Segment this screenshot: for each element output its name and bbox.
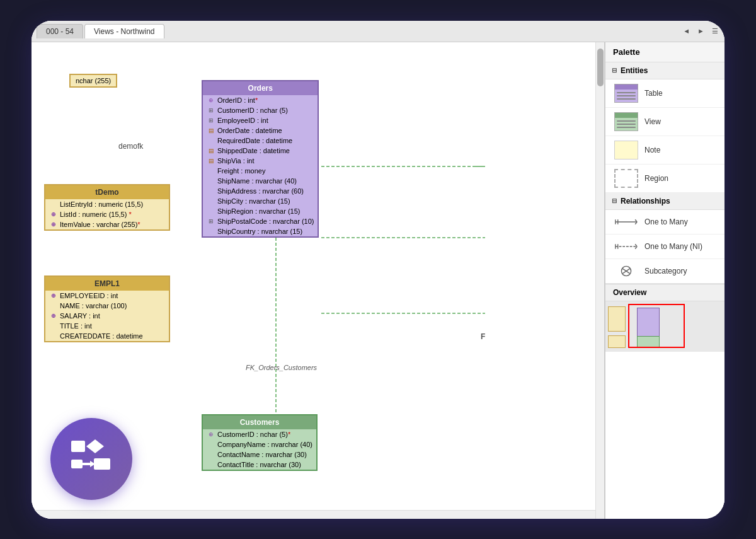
demofk-label: demofk bbox=[118, 142, 143, 151]
field-text: ItemValue : varchar (255)* bbox=[60, 221, 140, 228]
overview-content[interactable] bbox=[605, 301, 724, 352]
field-text: OrderDate : datetime bbox=[217, 127, 282, 134]
relationships-section[interactable]: ⊟ Relationships bbox=[605, 193, 724, 210]
table-row: ShipName : nvarchar (40) bbox=[203, 176, 318, 186]
palette-item-table[interactable]: Table bbox=[605, 79, 724, 108]
overview-header: Overview bbox=[605, 284, 724, 301]
orders-table[interactable]: Orders ⊕ OrderID : int* ⊞ CustomerID : n… bbox=[202, 80, 319, 238]
tab-2[interactable]: Views - Northwind bbox=[84, 24, 164, 38]
customers-table[interactable]: Customers ⊕ CustomerID : nchar (5)* Comp… bbox=[202, 414, 318, 471]
field-text: ListId : numeric (15,5) * bbox=[60, 211, 132, 218]
table-row: ▤ OrderDate : datetime bbox=[203, 125, 318, 136]
svg-rect-21 bbox=[71, 460, 83, 468]
logo-circle bbox=[50, 418, 132, 500]
field-text: NAME : varchar (100) bbox=[60, 302, 127, 310]
empl1-table[interactable]: EMPL1 ⊕ EMPLOYEEID : int NAME : varchar … bbox=[44, 275, 170, 342]
palette-panel: Palette ⊟ Entities Table bbox=[605, 42, 724, 519]
table-row: ⊕ OrderID : int* bbox=[203, 95, 318, 105]
field-text: ShipPostalCode : nvarchar (10) bbox=[217, 217, 314, 225]
table-row: ⊕ ItemValue : varchar (255)* bbox=[45, 219, 169, 229]
svg-rect-19 bbox=[71, 441, 85, 452]
nav-menu[interactable]: ☰ bbox=[709, 26, 721, 37]
empl1-header: EMPL1 bbox=[45, 277, 169, 291]
field-text: ShipVia : int bbox=[217, 157, 255, 165]
note-palette-icon bbox=[614, 141, 638, 159]
subcategory-icon bbox=[614, 264, 638, 279]
palette-item-view[interactable]: View bbox=[605, 108, 724, 136]
vertical-scrollbar[interactable] bbox=[595, 42, 604, 519]
customers-body: ⊕ CustomerID : nchar (5)* CompanyName : … bbox=[203, 429, 316, 470]
table-row: ⊞ ShipPostalCode : nvarchar (10) bbox=[203, 216, 318, 226]
nav-left[interactable]: ◄ bbox=[680, 26, 692, 37]
table-row: ⊕ ListId : numeric (15,5) * bbox=[45, 209, 169, 219]
field-text: ShippedDate : datetime bbox=[217, 147, 290, 154]
table-row: ▤ ShipVia : int bbox=[203, 156, 318, 166]
table-row: CREATEDDATE : datetime bbox=[45, 331, 169, 341]
content-area: nchar (255) demofk tDemo ListEntryId : n… bbox=[32, 42, 724, 519]
table-row: ShipCountry : nvarchar (15) bbox=[203, 226, 318, 236]
one-to-many-label: One to Many bbox=[644, 217, 688, 226]
collapse-icon: ⊟ bbox=[612, 67, 617, 74]
field-text: CustomerID : nchar (5)* bbox=[217, 431, 290, 438]
field-text: Freight : money bbox=[217, 167, 265, 175]
palette-item-subcategory[interactable]: Subcategory bbox=[605, 259, 724, 284]
region-palette-icon bbox=[614, 169, 638, 188]
field-text: ShipName : nvarchar (40) bbox=[217, 177, 297, 185]
tdemo-table[interactable]: tDemo ListEntryId : numeric (15,5) ⊕ Lis… bbox=[44, 184, 170, 231]
one-to-many-ni-label: One to Many (NI) bbox=[644, 242, 702, 251]
field-icon: ⊕ bbox=[49, 211, 58, 217]
table-row: TITLE : int bbox=[45, 321, 169, 331]
svg-rect-20 bbox=[94, 458, 110, 470]
palette-item-note[interactable]: Note bbox=[605, 136, 724, 165]
overview-panel: Overview bbox=[605, 284, 724, 352]
scrollbar-thumb[interactable] bbox=[597, 49, 604, 86]
overview-mini-yellow-2 bbox=[608, 335, 626, 348]
subcategory-label: Subcategory bbox=[644, 267, 687, 275]
field-text: ContactName : nvarchar (30) bbox=[217, 451, 307, 458]
table-row: ⊕ SALARY : int bbox=[45, 311, 169, 321]
partial-table: nchar (255) bbox=[69, 74, 117, 88]
table-palette-icon bbox=[614, 84, 638, 103]
field-text: ShipCity : nvarchar (15) bbox=[217, 197, 290, 205]
tab-nav: ◄ ► ☰ bbox=[680, 26, 721, 37]
right-indicator: F bbox=[481, 332, 485, 341]
partial-table-text: nchar (255) bbox=[76, 77, 111, 84]
palette-item-one-to-many[interactable]: One to Many bbox=[605, 210, 724, 235]
table-row: ▤ ShippedDate : datetime bbox=[203, 146, 318, 156]
table-row: NAME : varchar (100) bbox=[45, 301, 169, 311]
one-to-many-ni-icon bbox=[614, 239, 638, 254]
table-label: Table bbox=[644, 89, 663, 98]
field-icon: ⊕ bbox=[49, 313, 58, 319]
palette-item-region[interactable]: Region bbox=[605, 165, 724, 193]
pk-icon: ⊕ bbox=[207, 97, 215, 103]
relationships-label: Relationships bbox=[621, 197, 670, 206]
tdemo-body: ListEntryId : numeric (15,5) ⊕ ListId : … bbox=[45, 199, 169, 229]
overview-mini-yellow-1 bbox=[608, 306, 626, 332]
entities-label: Entities bbox=[621, 66, 648, 75]
table-row: ShipRegion : nvarchar (15) bbox=[203, 206, 318, 216]
table-row: ContactName : nvarchar (30) bbox=[203, 449, 316, 460]
one-to-many-icon bbox=[614, 214, 638, 229]
table-row: RequiredDate : datetime bbox=[203, 136, 318, 146]
table-row: ShipCity : nvarchar (15) bbox=[203, 196, 318, 206]
ix-icon: ▤ bbox=[207, 148, 215, 154]
note-label: Note bbox=[644, 146, 660, 154]
table-row: ShipAddress : nvarchar (60) bbox=[203, 186, 318, 196]
field-text: CompanyName : nvarchar (40) bbox=[217, 441, 312, 448]
logo-icon bbox=[66, 437, 117, 481]
nav-right[interactable]: ► bbox=[695, 26, 707, 37]
palette-item-one-to-many-ni[interactable]: One to Many (NI) bbox=[605, 235, 724, 259]
palette-header: Palette bbox=[605, 42, 724, 62]
collapse-icon-rel: ⊟ bbox=[612, 197, 617, 204]
horizontal-scrollbar[interactable] bbox=[32, 510, 595, 519]
tab-1[interactable]: 000 - 54 bbox=[37, 24, 83, 38]
field-text: OrderID : int* bbox=[217, 96, 258, 104]
entities-section[interactable]: ⊟ Entities bbox=[605, 62, 724, 79]
field-text: ShipRegion : nvarchar (15) bbox=[217, 207, 300, 215]
svg-rect-22 bbox=[83, 463, 91, 465]
field-text: CustomerID : nchar (5) bbox=[217, 107, 288, 114]
field-text: ShipAddress : nvarchar (60) bbox=[217, 187, 304, 195]
field-text: TITLE : int bbox=[60, 322, 92, 330]
ix-icon: ▤ bbox=[207, 127, 215, 134]
fk-icon: ⊞ bbox=[207, 107, 215, 113]
